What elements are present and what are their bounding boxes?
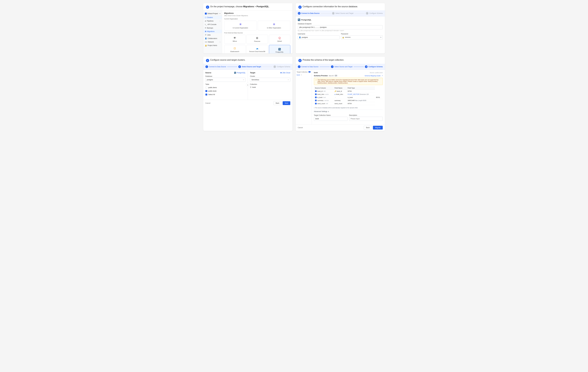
description-input[interactable] — [349, 117, 383, 121]
table-select-all-checkbox: — Select All — [205, 93, 246, 96]
sidebar-item-project-alerts[interactable]: 🔔 Project Alerts — [203, 44, 222, 47]
target-collection-name-input[interactable] — [314, 117, 347, 121]
external-link-icon: ↗ — [382, 75, 383, 77]
source-pg-label: Pg PostgreSQL — [234, 72, 246, 74]
vector-icon: ◈ — [335, 94, 336, 95]
credentials-row: Username 👤 Password 🔒 👁 — [298, 33, 383, 41]
checkbox-public-items[interactable] — [205, 87, 207, 88]
wizard-step-connect-done-s4: ✓ Connect to Data Source — [298, 65, 318, 68]
card-in-current-org[interactable]: ✳ In Current Organization — [224, 21, 257, 30]
collection-book: ☰ book — [250, 86, 290, 89]
es-icon: ⊡ — [225, 47, 244, 50]
collection-name-label: book — [314, 72, 318, 74]
wizard-step-schema-active-s4: 3 Configure Schema — [365, 65, 383, 68]
migrations-main: Migrations Zilliz Cloud Cross-Cluster Mi… — [222, 11, 293, 53]
col-header-field-name: Field Name — [333, 86, 346, 90]
endpoint-input[interactable] — [298, 25, 383, 29]
cancel-button-s4[interactable]: Cancel — [298, 127, 303, 129]
card-tencent[interactable]: ☁ Tencent Cloud VectorDB — [247, 45, 268, 53]
db-select[interactable]: postgres — [205, 78, 246, 82]
endpoint-hint: Eg. jdbc:postgresql://<ip>:<port>/ or jd… — [298, 30, 383, 31]
target-field-book-id: 🔑 book_id — [335, 90, 346, 92]
advanced-settings-toggle[interactable]: Advanced Settings ∨ — [314, 109, 383, 113]
btn-group-s3: Back Next — [273, 101, 290, 105]
schema-mapping-guide[interactable]: Schema Mapping Guide — [365, 75, 380, 77]
sidebar-item-backups[interactable]: ⟳ Backups — [203, 26, 222, 30]
step-badge-1: 1 — [206, 6, 209, 9]
row-checkbox-4[interactable]: ✓ — [315, 100, 317, 101]
card-postgresql[interactable]: Pg PostgreSQL — [269, 45, 290, 53]
card-qdrant[interactable]: Q Qdrant — [269, 35, 290, 44]
target-collection-name-group: Target Collection Name — [314, 114, 347, 121]
migrate-button[interactable]: Migrate — [373, 126, 383, 130]
network-icon: ⟺ — [205, 41, 207, 43]
card-pinecone[interactable]: ⚙ Pinecone — [247, 35, 268, 44]
collection-group: Collection ☰ book — [250, 83, 290, 89]
target-collection-name-label: Target Collection Name — [314, 114, 347, 116]
step-num-2: 2 — [332, 12, 335, 15]
source-col-book-id: ✓ book_id int8 — [315, 90, 333, 92]
sidebar-collection-book[interactable]: book ✏ — [297, 74, 311, 77]
wizard-step-schema: 3 Configure Schema — [366, 12, 383, 15]
arrow-transfer-btn[interactable]: » — [246, 83, 250, 87]
sidebar-item-migrations[interactable]: ⬒ Migrations — [203, 30, 222, 33]
source-panel: Source Pg PostgreSQL Database postgres T… — [203, 70, 248, 100]
in-other-org-label: In Other Organization — [259, 27, 289, 29]
password-input-wrapper: 🔒 👁 — [341, 35, 383, 39]
row-checkbox-2[interactable]: ✓ — [315, 93, 317, 95]
sidebar-item-clusters[interactable]: ⬡ Clusters — [203, 16, 222, 19]
card-in-other-org[interactable]: ✳ In Other Organization — [258, 21, 290, 30]
wizard-steps-s4: ✓ Connect to Data Source ✓ Select Source… — [296, 64, 385, 70]
password-input[interactable] — [341, 35, 383, 39]
row-checkbox-1[interactable]: ✓ — [315, 90, 317, 92]
step-num-s3-3: 3 — [273, 65, 276, 68]
collab-icon: 👤 — [205, 38, 207, 39]
cluster-group: Cluster Serverless — [250, 75, 290, 82]
section-3-title: 3 Configure source and target clusters. — [203, 57, 293, 64]
sidebar-item-jobs[interactable]: ⏱ Jobs — [203, 33, 222, 37]
backup-icon: ⟳ — [205, 27, 206, 29]
sidebar-item-api-console[interactable]: >_ API Console — [203, 23, 222, 26]
dynamic-note: ℹ The source metadata will be automatica… — [314, 107, 383, 109]
table-row: ✓ book_id int8 🔑 book_id — [314, 90, 383, 93]
btn-group-s4: Back Migrate — [364, 126, 383, 130]
cancel-button-s3[interactable]: Cancel — [205, 102, 210, 104]
card-milvus[interactable]: 👁 Milvus — [224, 35, 246, 44]
section-3: 3 Configure source and target clusters. … — [203, 57, 293, 131]
migration-icon: ⬒ — [205, 31, 206, 33]
sidebar-item-pipelines[interactable]: ⇄ Pipelines › — [203, 19, 222, 23]
section-4: 4 Preview the schema of the target colle… — [296, 57, 385, 131]
eye-icon[interactable]: 👁 — [380, 36, 382, 38]
schema-header: book Source: public.book — [314, 72, 383, 74]
back-button-s3[interactable]: Back — [273, 101, 282, 105]
step-num-s4-3: 3 — [365, 65, 368, 68]
pg-icon-s2: Pg — [298, 19, 300, 21]
cluster-select[interactable]: Serverless — [250, 78, 290, 82]
footer-s3: Cancel Back Next — [203, 100, 293, 106]
sidebar-item-collaborators[interactable]: 👤 Collaborators — [203, 37, 222, 40]
step-badge-4: 4 — [298, 59, 302, 62]
endpoint-group: Database Endpoint Eg. jdbc:postgresql://… — [298, 23, 383, 31]
sidebar-item-network[interactable]: ⟺ Network › — [203, 40, 222, 44]
card-elasticsearch[interactable]: ⊡ Elasticsearch — [224, 45, 246, 53]
tencent-icon: ☁ — [248, 47, 267, 50]
source-target-body: Source Pg PostgreSQL Database postgres T… — [203, 70, 293, 100]
back-button-s4[interactable]: Back — [364, 126, 372, 130]
source-col-word-count: ✓ word_count int8 — [315, 103, 333, 104]
migrations-subtitle: Zilliz Cloud Cross-Cluster Migrations — [224, 15, 290, 16]
row-checkbox-5[interactable]: ✓ — [315, 103, 317, 104]
pg-icon-s3: Pg — [234, 72, 236, 74]
username-input[interactable] — [298, 35, 339, 39]
wizard-step-connect: 1 Connect to Data Source — [298, 12, 320, 15]
row-checkbox-3[interactable]: ✓ — [315, 97, 317, 98]
target-zilliz-label: Zilliz Cloud — [281, 72, 290, 74]
db-select-label: Database — [205, 75, 246, 77]
qdrant-icon: Q — [270, 36, 289, 40]
checkbox-public-book[interactable]: ✓ — [205, 90, 207, 92]
next-button-s3[interactable]: Next — [283, 101, 290, 105]
step-badge-2: 2 — [298, 6, 302, 9]
schema-sidebar: Target Collection 1 book ✏ — [296, 70, 312, 124]
collection-label: Collection — [250, 83, 290, 85]
checkbox-select-all[interactable]: — — [205, 94, 207, 96]
warning-icon: ⚠ — [315, 79, 317, 84]
